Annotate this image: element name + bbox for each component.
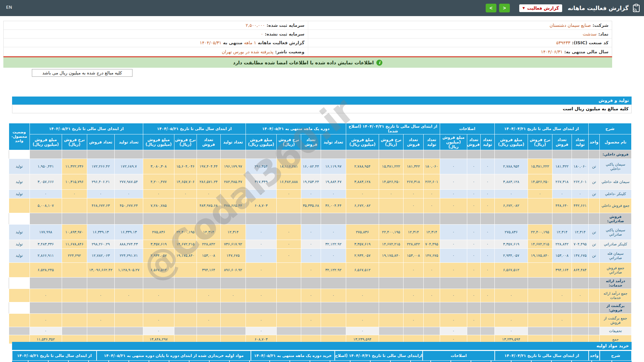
table-cell [30, 213, 62, 225]
table-cell [30, 278, 62, 289]
table-cell [174, 302, 197, 314]
value-cell: ۰ [403, 263, 423, 278]
table-cell [379, 302, 403, 314]
table-cell [423, 278, 440, 289]
table-cell [423, 302, 440, 314]
value-cell: ۰ [423, 198, 440, 213]
table-cell [276, 150, 301, 159]
value-cell: ۰ [440, 249, 467, 263]
value-cell: ۰ [301, 249, 321, 263]
value-cell [379, 263, 403, 278]
table-cell [301, 213, 321, 225]
table-cell [494, 213, 528, 225]
value-cell [276, 263, 301, 278]
value-cell: ۰ [379, 190, 403, 198]
value-cell: ۲,۷۸۸,۹۵۴ [494, 159, 528, 174]
value-cell: ۱۱,۶۷۸,۸۴۶ [62, 240, 87, 249]
value-cell: ۶,۵۶۷,۵۱۲ [346, 263, 379, 278]
purchase-column-group-header: ازابتدای سال مالی تا تاریخ ۱۴۰۴/۰۴/۳۱ (ا… [335, 351, 423, 361]
purchase-column-group-header: واحد [589, 351, 600, 361]
table-cell [494, 278, 528, 289]
table-cell [143, 278, 174, 289]
value-cell [114, 327, 143, 335]
value-cell: ۰ [480, 263, 494, 278]
table-cell [440, 213, 467, 225]
info-icon: i [376, 60, 382, 66]
top-bar-right-cluster: گزارش فعالیت ماهانه گزارش فعالیت ▼ < > [486, 0, 641, 16]
value-cell: ۳۲,۱۲۲.۹۲ [321, 263, 346, 278]
value-cell: ۲۷۵,۸۳۶ [494, 225, 528, 240]
value-cell: ۰ [114, 289, 143, 302]
value-cell [480, 327, 494, 335]
table-cell [552, 278, 572, 289]
product-row: سیمان پاکتي -داخليتن۱۸۰,۰۶۰۱۸۱,۳۲۲۱۵,۳۸۱… [9, 159, 631, 174]
info-value: ۰ [261, 32, 263, 37]
table-cell [174, 213, 197, 225]
value-cell: ۳۶,۰۰۴.۴۴ [321, 198, 346, 213]
info-value: ۲,۵۰۰,۰۰۰ [246, 23, 265, 28]
value-cell: ۳۹۴,۱۶۴ [197, 263, 220, 278]
value-cell [301, 327, 321, 335]
table-cell [480, 302, 494, 314]
table-cell [572, 150, 588, 159]
value-cell [423, 327, 440, 335]
value-cell [403, 327, 423, 335]
value-cell [321, 327, 346, 335]
value-cell [528, 198, 552, 213]
product-name-cell: جمع درآمد ارائه خدمات [600, 289, 632, 302]
value-cell [87, 327, 114, 335]
value-cell: ۱۴,۵۲۶,۲۵۰ [379, 174, 403, 190]
product-name-cell: جمع برگشت از فروش [600, 314, 632, 327]
value-cell [467, 327, 480, 335]
group-row: درآمد ارائه خدمات: [9, 278, 631, 289]
value-cell: ۲۸۶,۵۷۱.۲۴ [197, 174, 220, 190]
column-header: مبلغ فروش (میلیون ریال) [346, 134, 379, 150]
product-row: کلینکر -داخليتن۰۰۰۰۰۰۰۰۰۰۰۰۰۰۰۰۰۰۰۰۰۰۰تو… [9, 190, 631, 198]
column-group-header: از ابتدای سال مالی تا تاریخ ۱۴۰۳/۰۵/۳۱ [30, 123, 143, 134]
scale-note-tab[interactable]: کلیه مبالغ درج شده به میلیون ریال می باش… [32, 69, 132, 77]
company-info-row: نماد:سدشتسرمایه ثبت نشده:۰ [4, 30, 612, 39]
company-info-cell: سال مالی منتهی به:۱۴۰۴/۰۶/۳۱ [308, 47, 612, 56]
table-cell [321, 278, 346, 289]
prev-period-button[interactable]: < [486, 4, 496, 12]
next-period-button[interactable]: > [499, 4, 510, 12]
group-label-cell: برگشت از فروش: [600, 302, 632, 314]
value-cell: ۰ [528, 190, 552, 198]
group-row: فروش داخلي: [9, 150, 631, 159]
value-cell: ۱۴۷,۶۷۵ [220, 249, 246, 263]
value-cell: ۰ [114, 190, 143, 198]
column-group-header: دوره یک ماهه منتهی به ۱۴۰۴/۰۵/۳۱ [246, 123, 346, 134]
purchase-column-group-header: از ابتدای سال مالی تا تاریخ ۱۴۰۴/۰۴/۳۱ [495, 351, 589, 361]
total-row: جمع درآمد ارائه خدمات۰۰۰۰۰۰۰۰۰۰۰۰۰۰۰۰۰۰ [9, 289, 631, 302]
table-cell [276, 278, 301, 289]
value-cell [174, 289, 197, 302]
column-header: تعداد تولید [480, 134, 494, 150]
value-cell: ۰ [143, 289, 174, 302]
value-cell [62, 198, 87, 213]
value-cell: ۰ [467, 198, 480, 213]
table-cell [572, 213, 588, 225]
value-cell: ۰ [494, 289, 528, 302]
value-cell: ۲۲۸,۸۴۲ [403, 240, 423, 249]
group-label-cell: فروش صادراتي: [600, 213, 632, 225]
value-cell [276, 314, 301, 327]
value-cell: ۰ [87, 190, 114, 198]
value-cell [114, 314, 143, 327]
value-cell [62, 314, 87, 327]
language-toggle[interactable]: EN [6, 5, 12, 10]
table-cell [30, 150, 62, 159]
value-cell: ۲۹۸,۲۶۰.۲۹ [87, 240, 114, 249]
table-cell [87, 278, 114, 289]
value-cell: ۲۲۴,۲۹۱.۷۱ [114, 249, 143, 263]
table-cell [62, 302, 87, 314]
report-type-dropdown[interactable]: گزارش فعالیت ▼ [519, 4, 562, 12]
table-cell [220, 302, 246, 314]
value-cell: ۱۶,۳۳۹.۱۳ [87, 225, 114, 240]
column-header: تعداد فروش [301, 134, 321, 150]
value-cell: ۲۲۸,۸۴۲ [552, 240, 572, 249]
company-info-row: سال مالی منتهی به:۱۴۰۴/۰۶/۳۱وضعیت ناشر:پ… [4, 47, 612, 56]
value-cell: ۱۴۷,۶۷۵ [423, 249, 440, 263]
value-cell [379, 327, 403, 335]
column-group-header: از ابتدای سال مالی تا تاریخ ۱۴۰۴/۰۵/۳۱ [143, 123, 246, 134]
value-cell: ۰ [143, 314, 174, 327]
